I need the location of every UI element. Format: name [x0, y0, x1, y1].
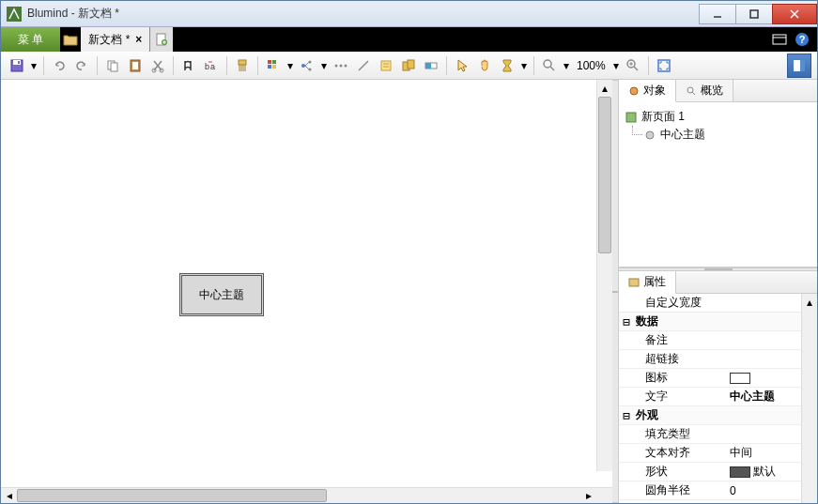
scroll-up-arrow[interactable]: ▴ — [597, 80, 612, 96]
prop-text-align[interactable]: 文本对齐中间 — [619, 444, 801, 463]
prop-group-appearance[interactable]: ⊟外观 — [619, 406, 801, 425]
svg-rect-45 — [425, 63, 431, 69]
app-window: Blumind - 新文档 * 菜 单 新文档 * × ? ▾ — [0, 0, 818, 504]
svg-rect-29 — [272, 65, 276, 69]
prop-hyperlink[interactable]: 超链接 — [619, 350, 801, 369]
properties-grid: ▴ 自定义宽度 ⊟数据 备注 超链接 图标 文字中心主题 ⊟外观 填充类型 文本… — [619, 294, 817, 503]
svg-point-37 — [345, 64, 347, 67]
tab-object[interactable]: 对象 — [619, 80, 676, 102]
props-scroll-up[interactable]: ▴ — [802, 294, 817, 310]
timer-dropdown[interactable]: ▾ — [519, 59, 529, 72]
svg-point-55 — [630, 87, 638, 95]
horizontal-scrollbar[interactable]: ◂ ▸ — [1, 487, 612, 503]
svg-rect-18 — [132, 62, 138, 69]
layout-dropdown[interactable]: ▾ — [319, 59, 329, 72]
svg-rect-39 — [381, 61, 391, 70]
prop-remark[interactable]: 备注 — [619, 331, 801, 350]
scroll-left-arrow[interactable]: ◂ — [1, 488, 17, 503]
note-button[interactable] — [376, 55, 396, 76]
cut-button[interactable] — [147, 55, 168, 76]
copy-button[interactable] — [102, 55, 123, 76]
svg-point-34 — [309, 68, 312, 70]
save-button[interactable] — [7, 55, 27, 76]
svg-line-51 — [634, 67, 638, 70]
pointer-tool[interactable] — [452, 55, 472, 76]
center-topic-node[interactable]: 中心主题 — [179, 273, 264, 316]
svg-text:a: a — [210, 62, 215, 71]
prop-shape[interactable]: 形状 默认 — [619, 463, 801, 481]
tree-center-item[interactable]: 中心主题 — [625, 126, 811, 144]
svg-rect-52 — [658, 60, 670, 71]
progress-button[interactable] — [421, 55, 441, 76]
canvas-area: 中心主题 ▴ ◂ ▸ — [1, 80, 612, 503]
zoom-level-dropdown[interactable]: ▾ — [611, 59, 621, 72]
svg-line-57 — [692, 92, 695, 95]
tab-close-button[interactable]: × — [135, 33, 142, 46]
hand-tool[interactable] — [474, 55, 495, 76]
scroll-thumb-h[interactable] — [17, 489, 327, 502]
document-tab[interactable]: 新文档 * × — [81, 27, 150, 52]
svg-point-36 — [340, 64, 343, 67]
color-dropdown[interactable]: ▾ — [286, 59, 295, 72]
side-panel: 对象 概览 新页面 1 中心主题 — [618, 80, 817, 503]
redo-button[interactable] — [71, 55, 92, 76]
svg-rect-58 — [626, 113, 636, 122]
prop-custom-width[interactable]: 自定义宽度 — [619, 294, 801, 313]
layout-button[interactable] — [297, 55, 317, 76]
window-icon[interactable] — [772, 33, 787, 46]
undo-button[interactable] — [49, 55, 69, 76]
svg-line-38 — [359, 61, 368, 70]
close-button[interactable] — [772, 4, 817, 24]
search-icon — [686, 85, 697, 97]
vertical-scrollbar[interactable]: ▴ — [596, 80, 612, 471]
props-scrollbar[interactable]: ▴ — [801, 294, 817, 503]
svg-rect-28 — [268, 65, 271, 69]
workspace: 中心主题 ▴ ◂ ▸ 对象 — [1, 80, 817, 503]
svg-text:b: b — [205, 62, 209, 71]
scroll-right-arrow[interactable]: ▸ — [580, 488, 596, 503]
replace-button[interactable]: ba — [201, 55, 222, 76]
format-brush-button[interactable] — [232, 55, 253, 76]
svg-line-31 — [305, 62, 309, 66]
timer-tool[interactable] — [497, 55, 517, 76]
outline-tree: 新页面 1 中心主题 — [619, 102, 817, 267]
canvas[interactable]: 中心主题 ▴ — [1, 80, 612, 487]
zoom-out-dropdown[interactable]: ▾ — [562, 59, 571, 72]
prop-group-data[interactable]: ⊟数据 — [619, 313, 801, 331]
tab-properties[interactable]: 属性 — [619, 271, 676, 294]
prop-fill-type[interactable]: 填充类型 — [619, 425, 801, 444]
menubar: 菜 单 新文档 * × ? — [1, 27, 817, 52]
new-tab-button[interactable] — [150, 27, 173, 52]
svg-point-33 — [309, 60, 312, 63]
tab-overview[interactable]: 概览 — [676, 80, 733, 101]
svg-rect-60 — [629, 279, 639, 286]
link-button[interactable] — [353, 55, 374, 76]
menu-button[interactable]: 菜 单 — [1, 27, 60, 52]
prop-text[interactable]: 文字中心主题 — [619, 388, 801, 406]
prop-corner-radius[interactable]: 圆角半径0 — [619, 481, 801, 500]
help-button[interactable]: ? — [795, 32, 810, 47]
svg-point-35 — [335, 64, 338, 67]
zoom-level[interactable]: 100% — [573, 59, 610, 72]
prop-font[interactable]: 字体(无) — [619, 500, 801, 503]
toolbar: ▾ ba ▾ ▾ ▾ ▾ 100% ▾ — [1, 52, 817, 80]
zoom-in-button[interactable] — [623, 55, 643, 76]
prop-icon[interactable]: 图标 — [619, 369, 801, 388]
scroll-thumb-v[interactable] — [598, 97, 611, 253]
attachment-button[interactable] — [398, 55, 419, 76]
topic-icon — [643, 129, 656, 142]
page-icon — [625, 111, 638, 124]
tree-page-item[interactable]: 新页面 1 — [625, 108, 811, 126]
find-button[interactable] — [178, 55, 199, 76]
color-grid-button[interactable] — [263, 55, 284, 76]
maximize-button[interactable] — [735, 4, 773, 24]
fit-window-button[interactable] — [654, 55, 674, 76]
zoom-tool[interactable] — [539, 55, 560, 76]
open-folder-button[interactable] — [60, 27, 81, 52]
minimize-button[interactable] — [699, 4, 736, 24]
save-dropdown[interactable]: ▾ — [29, 59, 39, 72]
paste-button[interactable] — [125, 55, 146, 76]
properties-panel: 属性 ▴ 自定义宽度 ⊟数据 备注 超链接 图标 文字中心主题 ⊟外观 填充类型… — [619, 271, 817, 503]
panel-toggle-button[interactable] — [787, 53, 811, 78]
node-spacing-button[interactable] — [331, 55, 351, 76]
